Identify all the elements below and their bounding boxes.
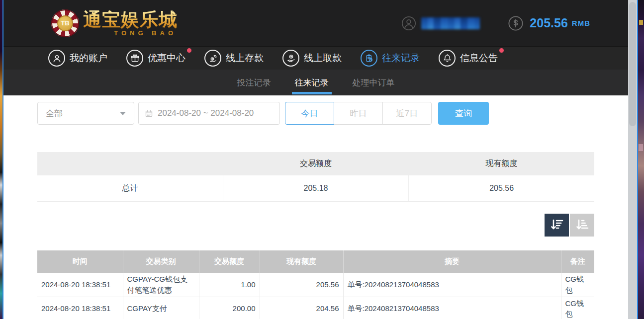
cell-note: CG钱包	[561, 297, 594, 319]
nav-label: 线上取款	[304, 52, 342, 65]
tab-transaction-records[interactable]: 往来记录	[293, 70, 330, 95]
logo-text: 通宝娱乐城 TONG BAO	[83, 10, 178, 36]
calendar-icon	[145, 109, 153, 118]
sort-descending-icon	[550, 218, 564, 232]
summary-total-label: 总计	[37, 175, 223, 201]
balance-amount: 205.56	[530, 16, 567, 30]
filter-row: 全部 2024-08-20 ~ 2024-08-20 今日 昨日 近7日 查询	[37, 102, 594, 125]
sort-descending-button[interactable]	[545, 214, 569, 237]
nav-item-my-account[interactable]: 我的账户	[48, 50, 112, 67]
col-header-type: 交易类别	[123, 250, 199, 273]
desktop-artifact	[639, 144, 643, 151]
table-row: 2024-08-20 18:38:51 CGPAY-CG钱包支付笔笔送优惠 1.…	[37, 273, 594, 297]
nav-label: 线上存款	[226, 52, 264, 65]
site-header: TB 通宝娱乐城 TONG BAO 205.56 RMB	[3, 0, 628, 46]
summary-header-trade-amount: 交易额度	[223, 152, 408, 175]
casino-chip-icon: TB	[51, 9, 79, 37]
username-blurred[interactable]	[421, 17, 480, 29]
notification-dot	[499, 48, 504, 53]
quick-date-buttons: 今日 昨日 近7日	[285, 102, 432, 125]
search-button[interactable]: 查询	[438, 102, 489, 125]
nav-label: 往来记录	[382, 52, 420, 65]
summary-total-current-amount: 205.56	[408, 175, 594, 201]
balance-currency: RMB	[572, 19, 590, 27]
main-content: 全部 2024-08-20 ~ 2024-08-20 今日 昨日 近7日 查询	[37, 102, 594, 319]
site-logo[interactable]: TB 通宝娱乐城 TONG BAO	[51, 9, 178, 37]
record-subtabs: 投注记录 往来记录 处理中订单	[3, 70, 628, 95]
col-header-note: 备注	[561, 250, 594, 273]
tab-bet-records[interactable]: 投注记录	[236, 70, 273, 95]
cell-type: CGPAY支付	[123, 297, 199, 319]
cell-amount: 1.00	[199, 273, 260, 297]
records-clipboard-icon	[361, 50, 377, 67]
cell-note: CG钱包	[561, 273, 594, 297]
sort-ascending-button[interactable]	[570, 214, 594, 237]
col-header-amount: 交易额度	[199, 250, 260, 273]
cell-summary: 单号:202408213704048583	[343, 297, 561, 319]
logo-subtitle: TONG BAO	[83, 30, 178, 36]
today-button[interactable]: 今日	[285, 102, 334, 125]
cell-summary: 单号:202408213704048583	[343, 273, 561, 297]
browser-page: TB 通宝娱乐城 TONG BAO 205.56 RMB	[3, 0, 628, 319]
nav-item-withdraw[interactable]: 线上取款	[282, 50, 347, 67]
deposit-hand-icon	[204, 50, 221, 67]
notification-dot	[187, 48, 191, 53]
user-icon	[401, 16, 416, 31]
desktop-background-right	[638, 0, 644, 319]
transactions-table: 时间 交易类别 交易额度 现有额度 摘要 备注 2024-08-20 18:38…	[37, 250, 594, 319]
nav-item-promotions[interactable]: 优惠中心	[126, 50, 190, 67]
nav-label: 优惠中心	[148, 52, 185, 65]
sort-ascending-icon	[575, 218, 590, 232]
summary-header-row: 交易额度 现有额度	[37, 152, 594, 175]
type-select-value: 全部	[46, 108, 63, 119]
cell-balance: 205.56	[260, 273, 343, 297]
nav-item-transactions[interactable]: 往来记录	[361, 50, 425, 67]
logo-title: 通宝娱乐城	[83, 10, 178, 29]
table-row: 2024-08-20 18:38:51 CGPAY支付 200.00 204.5…	[37, 297, 594, 319]
summary-header-blank	[37, 152, 223, 175]
main-nav: 我的账户 优惠中心 线上存款	[3, 46, 628, 70]
summary-total-row: 总计 205.18 205.56	[37, 175, 594, 202]
chip-monogram: TB	[57, 15, 73, 31]
summary-total-trade-amount: 205.18	[223, 175, 409, 201]
yesterday-button[interactable]: 昨日	[334, 102, 383, 125]
withdraw-hand-icon	[282, 50, 299, 67]
col-header-time: 时间	[37, 250, 123, 273]
cell-time: 2024-08-20 18:38:51	[37, 273, 123, 297]
cell-type: CGPAY-CG钱包支付笔笔送优惠	[123, 273, 199, 297]
col-header-summary: 摘要	[343, 250, 561, 273]
bell-icon	[439, 50, 456, 67]
desktop-artifact	[639, 20, 643, 25]
account-area: 205.56 RMB	[401, 15, 590, 31]
nav-label: 我的账户	[70, 52, 107, 65]
nav-item-deposit[interactable]: 线上存款	[204, 50, 269, 67]
type-select[interactable]: 全部	[37, 102, 134, 125]
tab-pending-orders[interactable]: 处理中订单	[351, 70, 396, 95]
nav-item-announcements[interactable]: 信息公告	[439, 50, 503, 67]
cell-time: 2024-08-20 18:38:51	[37, 297, 123, 319]
cell-amount: 200.00	[199, 297, 260, 319]
scrollbar-thumb[interactable]	[629, 2, 636, 126]
sort-toolbar	[37, 214, 594, 237]
gift-icon	[126, 50, 143, 67]
summary-table: 交易额度 现有额度 总计 205.18 205.56	[37, 152, 594, 202]
last7days-button[interactable]: 近7日	[382, 102, 432, 125]
user-icon	[48, 50, 65, 67]
cell-balance: 204.56	[260, 297, 343, 319]
nav-label: 信息公告	[460, 52, 498, 65]
summary-header-current-amount: 现有额度	[409, 152, 594, 175]
date-range-value: 2024-08-20 ~ 2024-08-20	[158, 108, 254, 118]
date-range-input[interactable]: 2024-08-20 ~ 2024-08-20	[138, 102, 280, 125]
col-header-balance: 现有额度	[260, 250, 343, 273]
dollar-coin-icon	[508, 15, 524, 31]
chevron-down-icon	[120, 112, 126, 115]
table-header-row: 时间 交易类别 交易额度 现有额度 摘要 备注	[37, 250, 594, 273]
browser-scrollbar[interactable]	[628, 0, 637, 319]
